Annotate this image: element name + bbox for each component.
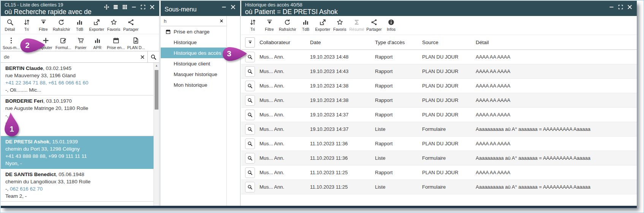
minimize-button[interactable] bbox=[131, 4, 137, 10]
table-row[interactable]: Mus... Ann.11.10.2023 11:36ListeFormulai… bbox=[241, 151, 637, 165]
client-phone-line: +41 22 364 71 88, +61 66 066 61 60 bbox=[5, 79, 149, 86]
column-header[interactable]: Source bbox=[422, 40, 476, 45]
toolbar-button-label: Partager bbox=[366, 27, 381, 32]
submenu-item[interactable]: Historique des accès bbox=[161, 48, 226, 58]
table-row[interactable]: Mus... Ann.11.10.2023 11:36RapportPLAN D… bbox=[241, 137, 637, 151]
apr-button[interactable]: APR bbox=[89, 36, 106, 51]
table-row[interactable]: Mus... Ann.19.10.2023 14:37ListeFormulai… bbox=[241, 122, 637, 137]
toolbar-button-label: Infos bbox=[387, 27, 396, 32]
maximize-icon bbox=[140, 4, 146, 10]
search-button[interactable] bbox=[148, 51, 159, 62]
cell-collaborateur: Mus... Ann. bbox=[259, 155, 310, 161]
magnifier-icon bbox=[247, 184, 253, 190]
column-header[interactable]: Type d'accès bbox=[375, 40, 422, 45]
clear-search-button[interactable] bbox=[217, 16, 226, 26]
submenu-item[interactable]: Mon historique bbox=[161, 79, 226, 90]
row-detail-button[interactable] bbox=[245, 124, 255, 135]
badge-number: 1 bbox=[4, 124, 20, 134]
tdb-button[interactable]: TdB bbox=[71, 18, 88, 32]
maximize-button[interactable] bbox=[618, 4, 623, 10]
close-button[interactable] bbox=[627, 4, 633, 10]
cell-type: Rapport bbox=[375, 54, 422, 60]
client-extra: - bbox=[5, 119, 149, 126]
favoris-button[interactable]: Favoris bbox=[105, 18, 122, 32]
infos-button[interactable]: Infos bbox=[383, 18, 400, 32]
submenu-search-input[interactable] bbox=[161, 18, 217, 24]
client-list-item[interactable]: DE PRETSI Ashok, 15.01.1939chemin du Por… bbox=[1, 136, 159, 169]
row-detail-button[interactable] bbox=[245, 153, 255, 164]
access-history-panel: Historique des accès 40/58 où Patient = … bbox=[241, 1, 637, 206]
column-header[interactable]: Date bbox=[310, 40, 375, 45]
submenu-item[interactable]: Historique client bbox=[161, 58, 226, 69]
prise-en-charge-button[interactable]: Prise en... bbox=[106, 36, 126, 51]
maximize-icon bbox=[618, 4, 623, 10]
plan-du-jour-button[interactable]: PLAN D... bbox=[126, 36, 146, 51]
phone-link[interactable]: +41 22 364 71 88, +61 66 066 61 60 bbox=[5, 80, 88, 86]
clear-search-button[interactable] bbox=[138, 51, 147, 62]
submenu-item[interactable]: Masquer historique bbox=[161, 69, 226, 79]
table-row[interactable]: Mus... Ann.11.10.2023 11:25ListeFormulai… bbox=[241, 180, 637, 194]
phone-link[interactable]: 062 616 62 70 bbox=[10, 186, 43, 192]
resume-button[interactable]: Résumé bbox=[348, 18, 365, 32]
table-row[interactable]: Mus... Ann.19.10.2023 14:38RapportPLAN D… bbox=[241, 93, 637, 108]
row-detail-button[interactable] bbox=[245, 110, 255, 120]
filtre-button[interactable]: Filtre bbox=[261, 18, 278, 32]
close-icon bbox=[230, 4, 236, 10]
favoris-button[interactable]: Favoris bbox=[331, 18, 348, 32]
table-row[interactable]: Mus... Ann.19.10.2023 14:37RapportPLAN D… bbox=[241, 108, 637, 122]
toolbar-button-label: Filtre bbox=[39, 27, 47, 32]
phone-link[interactable]: +41 43 888 88 88, +99 09 111 11 11 bbox=[5, 153, 87, 159]
row-detail-button[interactable] bbox=[245, 95, 255, 106]
panier-button[interactable]: Panier bbox=[72, 36, 89, 51]
close-button[interactable] bbox=[230, 4, 236, 10]
move-button[interactable] bbox=[104, 4, 109, 10]
submenu-item[interactable]: Prise en charge bbox=[161, 26, 226, 37]
row-detail-button[interactable] bbox=[245, 167, 255, 178]
row-detail-button[interactable] bbox=[245, 81, 255, 91]
scrollbar-thumb[interactable] bbox=[155, 70, 158, 110]
client-list-item[interactable]: BORDERIE Feri, 03.10.1970rue Auguste Mat… bbox=[1, 95, 159, 136]
row-detail-button[interactable] bbox=[245, 66, 255, 77]
share-icon bbox=[127, 19, 134, 26]
table-row[interactable]: Mus... Ann.19.10.2023 14:43RapportPLAN D… bbox=[241, 64, 637, 79]
scrollbar[interactable]: ▲ bbox=[153, 63, 159, 206]
column-header[interactable]: Collaborateur bbox=[259, 40, 310, 45]
tri-button[interactable]: Tri bbox=[18, 18, 35, 32]
detail-button[interactable]: Détail bbox=[2, 18, 18, 32]
partager-button[interactable]: Partager bbox=[365, 18, 383, 32]
column-header[interactable]: Détail bbox=[476, 40, 637, 45]
minimize-button[interactable] bbox=[221, 4, 227, 10]
minimize-button[interactable] bbox=[609, 4, 614, 10]
cell-collaborateur: Mus... Ann. bbox=[259, 112, 310, 118]
close-button[interactable] bbox=[149, 4, 155, 10]
exporter-button[interactable]: Exporter bbox=[314, 18, 332, 32]
submenu-item[interactable]: Historique bbox=[161, 37, 226, 48]
partager-button[interactable]: Partager bbox=[122, 18, 139, 32]
magnifier-icon bbox=[247, 141, 253, 146]
grid-button[interactable] bbox=[122, 4, 128, 10]
rows-button[interactable] bbox=[113, 4, 119, 10]
exporter-button[interactable]: Exporter bbox=[88, 18, 106, 32]
cell-detail: Aaaaaaaaaa aù A° aaaaaaa = AAAAAAAAA Aaa… bbox=[476, 184, 637, 190]
table-row[interactable]: Mus... Ann.19.10.2023 14:38RapportPLAN D… bbox=[241, 79, 637, 93]
client-address: chemin du Langollioux 33, 1180 Rolle bbox=[5, 178, 149, 185]
row-detail-button[interactable] bbox=[245, 182, 255, 192]
tri-button[interactable]: Tri bbox=[244, 18, 261, 32]
quick-search-input[interactable] bbox=[1, 54, 138, 60]
client-name-line: BERTIN Claude, 03.02.1945 bbox=[5, 65, 149, 72]
client-toolbar-primary: DétailTriFiltreRafraîchirTdBExporterFavo… bbox=[1, 16, 159, 34]
client-list-item[interactable]: DE SANTIS Benedict, 05.06.1948chemin du … bbox=[1, 169, 159, 202]
row-detail-button[interactable] bbox=[245, 138, 255, 149]
rafraichir-button[interactable]: Rafraîchir bbox=[278, 18, 297, 32]
toolbar-button-label: TdB bbox=[302, 27, 309, 32]
client-list-item[interactable]: BERTIN Claude, 03.02.1945rue Mauverney 3… bbox=[1, 63, 159, 95]
tdb-button[interactable]: TdB bbox=[297, 18, 314, 32]
filtre-button[interactable]: Filtre bbox=[35, 18, 52, 32]
maximize-button[interactable] bbox=[140, 4, 146, 10]
table-row[interactable]: Mus... Ann.11.10.2023 11:25RapportPLAN D… bbox=[241, 165, 637, 180]
scroll-up-icon[interactable]: ▲ bbox=[154, 63, 159, 68]
formulaire-button[interactable]: Formul... bbox=[54, 36, 72, 51]
cell-type: Liste bbox=[375, 126, 422, 132]
rafraichir-button[interactable]: Rafraîchir bbox=[52, 18, 71, 32]
table-row[interactable]: Mus... Ann.19.10.2023 14:48RapportPLAN D… bbox=[241, 50, 637, 64]
